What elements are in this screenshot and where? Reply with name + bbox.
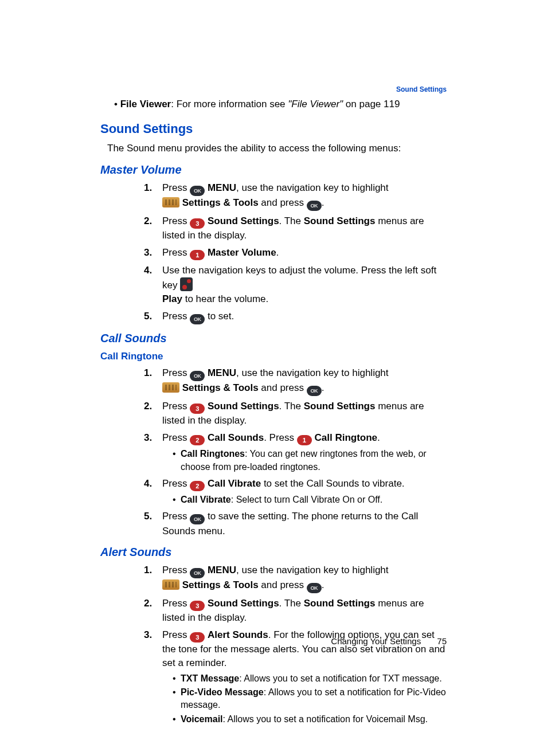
page-number: 75	[437, 636, 447, 646]
t: . Press	[264, 432, 297, 443]
t: to set.	[205, 311, 234, 322]
mv-step-1: Press MENU, use the navigation key to hi…	[144, 181, 447, 211]
key-3-icon: 3	[190, 632, 205, 643]
t: .	[276, 247, 279, 258]
tools-icon	[162, 197, 179, 207]
t: to hear the volume.	[182, 293, 268, 304]
sound-settings-label: Sound Settings	[208, 401, 279, 412]
running-header: Sound Settings	[396, 85, 447, 95]
cs-step-4-sub: Call Vibrate: Select to turn Call Vibrat…	[173, 493, 447, 506]
ok-icon	[307, 386, 322, 396]
key-3-icon: 3	[190, 404, 205, 414]
as-step-1: Press MENU, use the navigation key to hi…	[144, 563, 447, 593]
master-volume-label: Master Volume	[208, 247, 276, 258]
tools-icon	[162, 382, 179, 393]
call-sounds-steps: Press MENU, use the navigation key to hi…	[144, 366, 447, 538]
tools-icon	[162, 579, 179, 590]
t: .	[377, 432, 380, 443]
t: : Allows you to set a notification for T…	[239, 673, 441, 683]
t: and press	[259, 382, 307, 393]
ok-icon	[190, 314, 205, 324]
cs-step-1: Press MENU, use the navigation key to hi…	[144, 366, 447, 396]
sub-item: TXT Message: Allows you to set a notific…	[173, 672, 447, 685]
t: Press	[162, 311, 190, 322]
menu-label: MENU	[208, 565, 236, 575]
t: Press	[162, 565, 190, 575]
sub-item: Voicemail: Allows you to set a notificat…	[173, 713, 447, 726]
t: Press	[162, 401, 190, 412]
call-ringtones-b: Call Ringtones	[181, 449, 245, 459]
ok-icon	[190, 568, 205, 578]
as-step-2: Press 3 Sound Settings. The Sound Settin…	[144, 597, 447, 625]
heading-alert-sounds: Alert Sounds	[100, 544, 447, 560]
t: and press	[259, 579, 307, 590]
txt-message-b: TXT Message	[181, 673, 239, 683]
t: Press	[162, 511, 190, 522]
sound-settings-label: Sound Settings	[208, 598, 279, 609]
call-vibrate-b: Call Vibrate	[181, 495, 231, 504]
key-3-icon: 3	[190, 218, 205, 229]
fv-tail: on page 119	[343, 99, 400, 109]
sound-settings-label2: Sound Settings	[304, 598, 376, 609]
sub-item: Pic-Video Message: Allows you to set a n…	[173, 686, 447, 712]
master-volume-steps: Press MENU, use the navigation key to hi…	[144, 181, 447, 324]
file-viewer-bold: File Viewer	[120, 99, 171, 109]
t: to set the Call Sounds to vibrate.	[261, 478, 404, 489]
fv-text: : For more information see	[171, 99, 288, 109]
heading-master-volume: Master Volume	[100, 162, 447, 178]
as-step-3-sub: TXT Message: Allows you to set a notific…	[173, 672, 447, 726]
cs-step-4: Press 2 Call Vibrate to set the Call Sou…	[144, 477, 447, 506]
key-2-icon: 2	[190, 435, 205, 445]
cs-step-5: Press to save the setting. The phone ret…	[144, 510, 447, 538]
ok-icon	[190, 514, 205, 524]
t: and press	[259, 197, 307, 208]
settings-tools-label: Settings & Tools	[182, 197, 259, 208]
t: . The	[279, 216, 304, 226]
key-3-icon: 3	[190, 601, 205, 611]
play-label: Play	[162, 293, 182, 304]
mv-step-4: Use the navigation keys to adjust the vo…	[144, 264, 447, 305]
t: Press	[162, 598, 190, 609]
voicemail-b: Voicemail	[181, 714, 223, 724]
t: . The	[279, 401, 304, 412]
cs-step-3-sub: Call Ringtones: You can get new ringtone…	[173, 448, 447, 473]
t: : Select to turn Call Vibrate On or Off.	[231, 495, 382, 504]
heading-call-ringtone: Call Ringtone	[100, 350, 447, 363]
cs-step-3: Press 2 Call Sounds. Press 1 Call Ringto…	[144, 431, 447, 473]
sound-settings-label: Sound Settings	[208, 216, 279, 226]
chapter-title: Changing Your Settings	[331, 636, 421, 646]
t: , use the navigation key to highlight	[236, 367, 389, 378]
key-2-icon: 2	[190, 481, 205, 491]
settings-tools-label: Settings & Tools	[182, 382, 259, 393]
t: , use the navigation key to highlight	[236, 182, 389, 193]
top-bullet: • File Viewer: For more information see …	[114, 97, 447, 111]
ok-icon	[307, 583, 322, 593]
t: Press	[162, 182, 190, 193]
t: Press	[162, 216, 190, 226]
intro-text: The Sound menu provides the ability to a…	[107, 142, 447, 155]
left-softkey-icon	[180, 277, 193, 291]
mv-step-3: Press 1 Master Volume.	[144, 246, 447, 260]
ok-icon	[190, 186, 205, 196]
sub-item: Call Ringtones: You can get new ringtone…	[173, 448, 447, 473]
mv-step-2: Press 3 Sound Settings. The Sound Settin…	[144, 214, 447, 242]
menu-label: MENU	[208, 182, 236, 193]
mv-step-5: Press to set.	[144, 310, 447, 324]
alert-sounds-label: Alert Sounds	[208, 629, 268, 640]
t: Press	[162, 478, 190, 489]
t: Press	[162, 629, 190, 640]
sound-settings-label2: Sound Settings	[304, 216, 376, 226]
key-1-icon: 1	[190, 250, 205, 260]
t: , use the navigation key to highlight	[236, 565, 389, 575]
heading-sound-settings: Sound Settings	[100, 120, 447, 138]
t: Press	[162, 247, 190, 258]
t: . The	[279, 598, 304, 609]
key-1-icon: 1	[297, 435, 312, 445]
call-vibrate-label: Call Vibrate	[208, 478, 261, 489]
call-sounds-label: Call Sounds	[208, 432, 264, 443]
sound-settings-label2: Sound Settings	[304, 401, 376, 412]
pic-video-b: Pic-Video Message	[181, 687, 264, 697]
call-ringtone-label: Call Ringtone	[315, 432, 378, 443]
settings-tools-label: Settings & Tools	[182, 579, 259, 590]
heading-call-sounds: Call Sounds	[100, 330, 447, 346]
